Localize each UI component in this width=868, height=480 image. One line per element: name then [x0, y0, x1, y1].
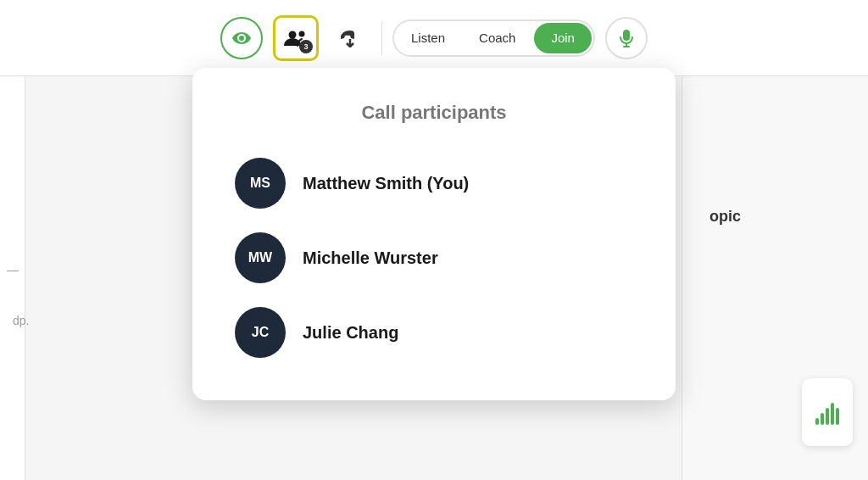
svg-point-1	[299, 31, 305, 36]
svg-rect-3	[623, 30, 630, 41]
sidebar: — dp.	[0, 76, 25, 480]
sidebar-dash: —	[7, 263, 19, 276]
audio-bars	[815, 399, 839, 425]
svg-point-0	[289, 31, 297, 38]
avatar: JC	[235, 307, 286, 358]
coach-button[interactable]: Coach	[462, 21, 532, 55]
toolbar-controls: 3 Listen Coach Join	[220, 15, 648, 61]
listen-button[interactable]: Listen	[394, 21, 462, 55]
mic-button[interactable]	[605, 17, 648, 59]
participants-badge: 3	[299, 40, 313, 53]
toolbar-divider	[381, 21, 382, 55]
join-button[interactable]: Join	[534, 23, 592, 53]
participant-name: Michelle Wurster	[303, 248, 438, 268]
participants-popup: Call participants MSMatthew Smith (You)M…	[192, 68, 676, 400]
hangup-button[interactable]	[329, 17, 371, 59]
participant-item: JCJulie Chang	[235, 307, 633, 358]
avatar: MW	[235, 232, 286, 283]
toolbar: 3 Listen Coach Join	[0, 0, 868, 76]
eye-button[interactable]	[220, 17, 263, 59]
sidebar-dp: dp.	[13, 314, 29, 327]
topic-label: opic	[709, 208, 741, 226]
audio-widget	[802, 378, 853, 446]
call-controls: Listen Coach Join	[392, 20, 595, 57]
avatar: MS	[235, 158, 286, 209]
participant-item: MWMichelle Wurster	[235, 232, 633, 283]
participant-name: Matthew Smith (You)	[303, 174, 469, 193]
participant-name: Julie Chang	[303, 323, 398, 343]
popup-title: Call participants	[235, 102, 633, 124]
participant-item: MSMatthew Smith (You)	[235, 158, 633, 209]
participants-button[interactable]: 3	[273, 15, 319, 61]
participant-list: MSMatthew Smith (You)MWMichelle WursterJ…	[235, 158, 633, 358]
